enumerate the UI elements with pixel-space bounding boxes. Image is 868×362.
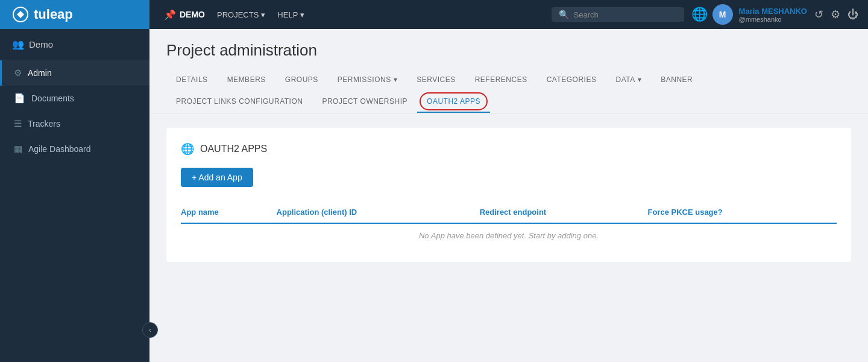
brand-name: tuleap (34, 7, 73, 22)
sidebar-item-agile-dashboard[interactable]: ▦ Agile Dashboard (0, 136, 149, 162)
sidebar-project-name: Demo (29, 39, 53, 49)
chevron-data-icon: ▾ (638, 75, 642, 84)
tab-categories[interactable]: CATEGORIES (537, 69, 606, 91)
admin-icon: ⚙ (14, 68, 22, 78)
projects-nav[interactable]: PROJECTS ▾ (217, 10, 265, 19)
group-icon: 👥 (12, 39, 24, 50)
globe-icon[interactable]: 🌐 (691, 7, 708, 22)
page-header: Project administration DETAILS MEMBERS G… (149, 29, 868, 113)
tab-bar-row1: DETAILS MEMBERS GROUPS PERMISSIONS ▾ SER… (166, 69, 851, 91)
table-header-row: App name Application (client) ID Redirec… (181, 202, 837, 223)
oauth2-title-text: OAUTH2 APPS (200, 144, 267, 154)
search-bar[interactable]: 🔍 (552, 7, 684, 22)
tab-groups[interactable]: GROUPS (275, 69, 328, 91)
sidebar: 👥 Demo ⚙ Admin 📄 Documents ☰ Trackers ▦ … (0, 29, 149, 362)
tab-banner[interactable]: BANNER (651, 69, 702, 91)
table-empty-row: No App have been defined yet. Start by a… (181, 223, 837, 247)
oauth2-section: 🌐 OAUTH2 APPS + Add an App App name Appl… (166, 128, 851, 262)
tab-members[interactable]: MEMBERS (218, 69, 275, 91)
sidebar-item-documents[interactable]: 📄 Documents (0, 86, 149, 111)
tab-project-links[interactable]: PROJECT LINKS CONFIGURATION (166, 91, 312, 113)
tab-bar-row2: PROJECT LINKS CONFIGURATION PROJECT OWNE… (166, 91, 851, 113)
page-title: Project administration (166, 41, 851, 60)
help-nav[interactable]: HELP ▾ (277, 10, 304, 19)
user-section[interactable]: M Maria MESHANKO @mmeshanko (712, 4, 807, 25)
demo-link[interactable]: 📌 DEMO (164, 9, 205, 21)
demo-label: DEMO (180, 10, 205, 19)
chevron-permissions-icon: ▾ (394, 75, 398, 84)
brand-logo[interactable]: tuleap (0, 0, 149, 29)
search-icon: 🔍 (559, 10, 569, 19)
globe-section-icon: 🌐 (181, 142, 194, 156)
content-area: 🌐 OAUTH2 APPS + Add an App App name Appl… (149, 113, 868, 362)
tab-oauth2-apps[interactable]: OAUTH2 APPS (417, 91, 490, 113)
chevron-down-icon: ▾ (261, 10, 265, 19)
gear-icon[interactable]: ⚙ (831, 8, 840, 21)
add-app-label: + Add an App (192, 173, 242, 182)
avatar: M (712, 4, 733, 25)
sidebar-project: 👥 Demo (0, 29, 149, 60)
tab-services[interactable]: SERVICES (407, 69, 465, 91)
sidebar-item-label-documents: Documents (31, 94, 74, 103)
search-input[interactable] (574, 10, 670, 19)
tab-data[interactable]: DATA ▾ (606, 69, 651, 91)
documents-icon: 📄 (14, 93, 25, 104)
topnav-icons: 🌐 (691, 7, 708, 22)
top-navbar: tuleap 📌 DEMO PROJECTS ▾ HELP ▾ 🔍 🌐 M Ma… (0, 0, 868, 29)
history-icon[interactable]: ↺ (814, 8, 823, 21)
col-pkce: Force PKCE usage? (647, 202, 837, 223)
tab-project-ownership[interactable]: PROJECT OWNERSHIP (312, 91, 417, 113)
pin-icon: 📌 (164, 9, 176, 21)
add-app-button[interactable]: + Add an App (181, 168, 253, 187)
sidebar-item-trackers[interactable]: ☰ Trackers (0, 111, 149, 136)
agile-icon: ▦ (14, 144, 22, 154)
chevron-down-icon-help: ▾ (300, 10, 304, 19)
col-app-name: App name (181, 202, 277, 223)
sidebar-item-label-trackers: Trackers (28, 119, 60, 129)
col-client-id: Application (client) ID (277, 202, 480, 223)
sidebar-item-label-agile: Agile Dashboard (28, 144, 91, 154)
projects-label: PROJECTS (217, 10, 259, 19)
oauth2-section-title: 🌐 OAUTH2 APPS (181, 142, 837, 156)
sidebar-collapse-button[interactable]: ‹ (142, 322, 158, 338)
power-icon[interactable]: ⏻ (848, 8, 858, 21)
chevron-left-icon: ‹ (149, 326, 151, 334)
tab-references[interactable]: REFERENCES (465, 69, 537, 91)
tab-permissions[interactable]: PERMISSIONS ▾ (328, 69, 407, 91)
user-handle: @mmeshanko (739, 16, 807, 23)
oauth2-table: App name Application (client) ID Redirec… (181, 202, 837, 247)
user-name: Maria MESHANKO (739, 7, 807, 16)
tab-details[interactable]: DETAILS (166, 69, 218, 91)
main-content: Project administration DETAILS MEMBERS G… (149, 29, 868, 362)
help-label: HELP (277, 10, 298, 19)
trackers-icon: ☰ (14, 118, 22, 129)
utility-icons: ↺ ⚙ ⏻ (814, 8, 858, 21)
col-redirect: Redirect endpoint (480, 202, 648, 223)
empty-message: No App have been defined yet. Start by a… (181, 223, 837, 247)
sidebar-item-admin[interactable]: ⚙ Admin (0, 60, 149, 86)
sidebar-item-label-admin: Admin (28, 68, 52, 78)
user-info: Maria MESHANKO @mmeshanko (739, 7, 807, 23)
